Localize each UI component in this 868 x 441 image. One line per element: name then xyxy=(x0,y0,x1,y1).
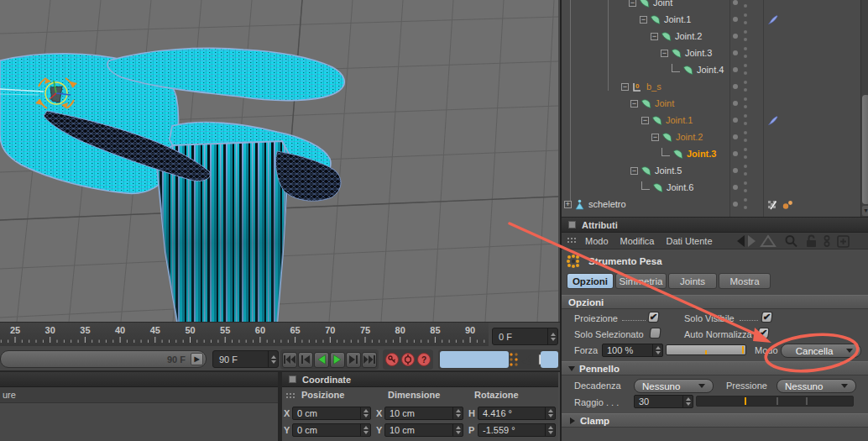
forza-field[interactable]: 100 % xyxy=(602,344,663,357)
layer-dot[interactable] xyxy=(733,134,738,139)
render-visibility-dot[interactable] xyxy=(744,189,747,192)
layer-dot[interactable] xyxy=(733,67,738,72)
tree-expander-icon[interactable]: − xyxy=(629,0,636,7)
object-row[interactable]: −Joint.2 xyxy=(562,129,860,145)
section-pennello[interactable]: Pennello xyxy=(562,361,868,375)
object-row[interactable]: −Joint.2 xyxy=(562,28,860,45)
tab-mostra[interactable]: Mostra xyxy=(719,273,771,289)
decadenza-dropdown[interactable]: Nessuno xyxy=(634,379,714,393)
layer-dot[interactable] xyxy=(733,168,738,173)
render-visibility-dot[interactable] xyxy=(744,172,747,176)
history-back-icon[interactable] xyxy=(737,235,745,247)
layer-dot[interactable] xyxy=(733,84,738,89)
spinner-arrows-icon[interactable] xyxy=(547,328,557,344)
object-label[interactable]: Joint.2 xyxy=(675,31,702,41)
object-label[interactable]: Joint.6 xyxy=(667,182,693,192)
play-forward-icon[interactable] xyxy=(330,352,345,368)
object-row[interactable]: −Joint.1 xyxy=(562,112,860,129)
pos-x-field[interactable]: 0 cm xyxy=(292,407,371,420)
history-forward-icon[interactable] xyxy=(748,235,756,247)
collapse-triangle-icon[interactable] xyxy=(568,366,575,371)
record-keyframe-icon[interactable] xyxy=(384,352,400,368)
raggio-field[interactable]: 30 xyxy=(634,395,693,408)
menu-modifica[interactable]: Modifica xyxy=(620,236,655,246)
object-row[interactable]: +scheletro xyxy=(562,196,860,213)
autokey-icon[interactable] xyxy=(400,352,416,368)
viewport-3d[interactable] xyxy=(0,0,558,322)
expand-triangle-icon[interactable] xyxy=(570,417,575,424)
tree-expander-icon[interactable]: − xyxy=(630,100,638,108)
editor-visibility-dot[interactable] xyxy=(744,81,747,84)
layer-dot[interactable] xyxy=(733,118,738,123)
object-row[interactable]: −Joint.3 xyxy=(562,45,860,61)
size-y-field[interactable]: 10 cm xyxy=(384,423,463,437)
object-label[interactable]: b_s xyxy=(646,81,661,92)
object-row[interactable]: Joint.3 xyxy=(562,145,860,162)
tree-expander-icon[interactable]: − xyxy=(641,117,649,124)
go-end-icon[interactable] xyxy=(362,352,377,368)
render-visibility-dot[interactable] xyxy=(744,71,747,75)
editor-visibility-dot[interactable] xyxy=(744,165,747,168)
render-visibility-dot[interactable] xyxy=(744,38,747,41)
play-backward-icon[interactable] xyxy=(314,352,329,368)
lock-icon[interactable] xyxy=(807,235,816,247)
editor-visibility-dot[interactable] xyxy=(744,30,747,34)
layer-dot[interactable] xyxy=(733,151,738,156)
attributes-titlebar[interactable]: Attributi xyxy=(562,218,868,233)
checkbox-solo-visibile[interactable]: ✔ xyxy=(761,312,772,323)
brush-tag-icon[interactable] xyxy=(767,13,778,29)
render-visibility-dot[interactable] xyxy=(744,139,747,142)
current-frame-spinner[interactable]: 90 F xyxy=(212,350,279,368)
tab-joints[interactable]: Joints xyxy=(668,273,717,289)
end-frame-spinner[interactable]: 0 F xyxy=(492,328,558,345)
layer-dot[interactable] xyxy=(733,17,738,22)
om-scrollbar[interactable]: ▼ xyxy=(860,0,868,217)
play-marker-icon[interactable]: ▶ xyxy=(191,353,203,365)
layer-dot[interactable] xyxy=(733,0,738,5)
object-row[interactable]: −Joint.5 xyxy=(562,162,860,179)
render-visibility-dot[interactable] xyxy=(744,155,747,159)
object-label[interactable]: Joint.3 xyxy=(685,48,712,58)
tree-expander-icon[interactable]: − xyxy=(621,83,629,91)
render-visibility-dot[interactable] xyxy=(744,105,747,108)
object-row[interactable]: −Joint.1 xyxy=(562,11,860,28)
link-icon[interactable] xyxy=(824,235,829,245)
modo-dropdown[interactable]: Cancella xyxy=(781,344,861,358)
render-visibility-dot[interactable] xyxy=(744,55,747,58)
object-row[interactable]: Joint.6 xyxy=(562,179,860,196)
menu-modo[interactable]: Modo xyxy=(585,236,609,246)
layer-dot[interactable] xyxy=(733,185,738,190)
next-frame-icon[interactable] xyxy=(346,352,361,368)
layer-dot[interactable] xyxy=(733,202,738,207)
object-label[interactable]: scheletro xyxy=(588,199,626,209)
size-x-field[interactable]: 10 cm xyxy=(384,407,463,420)
tree-expander-icon[interactable]: − xyxy=(651,134,659,141)
viewport-solo-icon[interactable] xyxy=(520,352,535,368)
materials-panel-menu[interactable]: ure xyxy=(0,387,278,403)
object-row[interactable]: Joint.4 xyxy=(562,61,860,78)
menu-dati-utente[interactable]: Dati Utente xyxy=(667,236,713,246)
object-row[interactable]: −Joint xyxy=(562,95,860,112)
timeline-ruler[interactable]: 2530354045505560657075808590 xyxy=(0,322,489,346)
record-options-icon[interactable]: ? xyxy=(416,352,431,368)
search-icon[interactable] xyxy=(786,236,797,247)
editor-visibility-dot[interactable] xyxy=(744,64,747,67)
editor-visibility-dot[interactable] xyxy=(744,198,747,202)
layer-dot[interactable] xyxy=(733,50,738,55)
object-label[interactable]: Joint.3 xyxy=(687,149,716,159)
tree-expander-icon[interactable]: − xyxy=(630,167,638,175)
editor-visibility-dot[interactable] xyxy=(744,181,747,185)
paint-tag-icon[interactable] xyxy=(767,198,779,213)
pressione-dropdown[interactable]: Nessuno xyxy=(776,379,856,393)
render-visibility-dot[interactable] xyxy=(744,122,747,125)
brush-tag-icon[interactable] xyxy=(767,114,778,129)
tab-simmetria[interactable]: Simmetria xyxy=(615,273,667,289)
rot-p-field[interactable]: -1.559 ° xyxy=(478,423,556,437)
partial-menu-item[interactable]: ure xyxy=(3,390,16,400)
object-row[interactable]: −0b_s xyxy=(562,78,860,95)
tab-opzioni[interactable]: Opzioni xyxy=(567,273,614,289)
rot-h-field[interactable]: 4.416 ° xyxy=(478,407,556,420)
tree-expander-icon[interactable]: − xyxy=(640,16,647,24)
editor-visibility-dot[interactable] xyxy=(744,13,747,17)
checkbox-proiezione[interactable]: ✔ xyxy=(647,312,659,323)
